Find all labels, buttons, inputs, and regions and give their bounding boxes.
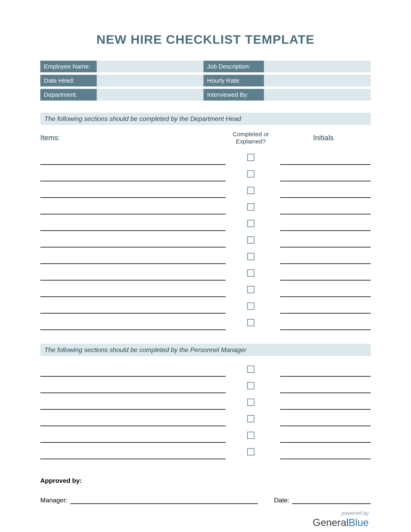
header-completed: Completed or Explained? — [226, 131, 276, 145]
interviewed-by-field[interactable] — [264, 89, 371, 101]
item-line[interactable] — [40, 239, 226, 247]
initials-line[interactable] — [280, 173, 371, 181]
checklist-row — [40, 299, 371, 315]
initials-line[interactable] — [280, 369, 371, 377]
initials-line[interactable] — [280, 223, 371, 231]
date-hired-field[interactable] — [97, 75, 204, 86]
checklist-row — [40, 362, 371, 378]
job-description-field[interactable] — [264, 61, 371, 72]
completed-checkbox[interactable] — [247, 203, 254, 210]
initials-line[interactable] — [280, 402, 371, 410]
item-line[interactable] — [40, 157, 226, 165]
completed-checkbox[interactable] — [247, 399, 254, 406]
checkbox-cell — [226, 220, 276, 227]
checkbox-cell — [226, 154, 276, 161]
brand-logo: GeneralBlue — [40, 517, 369, 528]
item-line[interactable] — [40, 223, 226, 231]
completed-checkbox[interactable] — [247, 432, 254, 439]
checklist-row — [40, 444, 371, 461]
initials-line[interactable] — [280, 322, 371, 330]
date-signature-field[interactable]: Date: — [274, 496, 371, 504]
initials-line[interactable] — [280, 239, 371, 247]
initials-line[interactable] — [280, 435, 371, 443]
completed-checkbox[interactable] — [247, 366, 254, 373]
completed-checkbox[interactable] — [247, 154, 254, 161]
item-line[interactable] — [40, 451, 226, 459]
item-line[interactable] — [40, 385, 226, 393]
initials-line[interactable] — [280, 157, 371, 165]
powered-by-text: powered by — [40, 510, 369, 516]
completed-checkbox[interactable] — [247, 269, 254, 277]
completed-checkbox[interactable] — [247, 220, 254, 227]
initials-line[interactable] — [280, 418, 371, 426]
item-line[interactable] — [40, 369, 226, 377]
checkbox-cell — [226, 253, 276, 260]
hourly-rate-label: Hourly Rate: — [204, 75, 264, 86]
initials-line[interactable] — [280, 206, 371, 214]
item-line[interactable] — [40, 418, 226, 426]
header-initials: Initials — [276, 133, 371, 142]
item-line[interactable] — [40, 289, 226, 297]
employee-name-label: Employee Name: — [40, 61, 97, 72]
checklist-row — [40, 428, 371, 444]
item-line[interactable] — [40, 256, 226, 264]
item-line[interactable] — [40, 206, 226, 214]
header-items: Items: — [40, 133, 226, 142]
item-line[interactable] — [40, 305, 226, 314]
department-field[interactable] — [97, 89, 204, 101]
checkbox-cell — [226, 203, 276, 210]
date-signature-line[interactable] — [292, 498, 371, 504]
checklist-row — [40, 150, 371, 166]
checklist-row — [40, 166, 371, 183]
completed-checkbox[interactable] — [247, 319, 254, 326]
item-line[interactable] — [40, 190, 226, 198]
initials-line[interactable] — [280, 385, 371, 393]
interviewed-by-label: Interviewed By: — [204, 89, 264, 101]
item-line[interactable] — [40, 173, 226, 181]
checkbox-cell — [226, 399, 276, 406]
completed-checkbox[interactable] — [247, 187, 254, 194]
completed-checkbox[interactable] — [247, 415, 254, 422]
signature-row: Manager: Date: — [40, 496, 371, 504]
initials-line[interactable] — [280, 256, 371, 264]
item-line[interactable] — [40, 272, 226, 281]
initials-line[interactable] — [280, 272, 371, 281]
approved-by-label: Approved by: — [40, 477, 371, 484]
completed-checkbox[interactable] — [247, 236, 254, 244]
completed-checkbox[interactable] — [247, 303, 254, 310]
completed-checkbox[interactable] — [247, 448, 254, 456]
page-title: NEW HIRE CHECKLIST TEMPLATE — [40, 32, 371, 47]
department-label: Department: — [40, 89, 97, 101]
item-line[interactable] — [40, 435, 226, 443]
employee-name-field[interactable] — [97, 61, 204, 72]
completed-checkbox[interactable] — [247, 286, 254, 293]
manager-label: Manager: — [40, 496, 67, 504]
footer-brand: powered by GeneralBlue — [40, 510, 371, 528]
completed-checkbox[interactable] — [247, 170, 254, 178]
initials-line[interactable] — [280, 451, 371, 459]
completed-checkbox[interactable] — [247, 382, 254, 389]
checkbox-cell — [226, 432, 276, 439]
manager-signature-line[interactable] — [70, 498, 258, 504]
section-banner-personnel-manager: The following sections should be complet… — [40, 344, 371, 356]
job-description-label: Job Description: — [204, 61, 264, 72]
completed-checkbox[interactable] — [247, 253, 254, 260]
item-line[interactable] — [40, 402, 226, 410]
initials-line[interactable] — [280, 190, 371, 198]
checklist-row — [40, 315, 371, 332]
item-line[interactable] — [40, 322, 226, 330]
date-hired-label: Date Hired: — [40, 75, 97, 86]
checklist-row — [40, 395, 371, 411]
checklist-row — [40, 249, 371, 266]
initials-line[interactable] — [280, 289, 371, 297]
checkbox-cell — [226, 415, 276, 422]
checklist-row — [40, 411, 371, 428]
initials-line[interactable] — [280, 305, 371, 314]
section1-checklist — [40, 150, 371, 332]
checkbox-cell — [226, 286, 276, 293]
checklist-row — [40, 266, 371, 282]
manager-signature-field[interactable]: Manager: — [40, 496, 258, 504]
checklist-row — [40, 378, 371, 395]
hourly-rate-field[interactable] — [264, 75, 371, 86]
checkbox-cell — [226, 366, 276, 373]
